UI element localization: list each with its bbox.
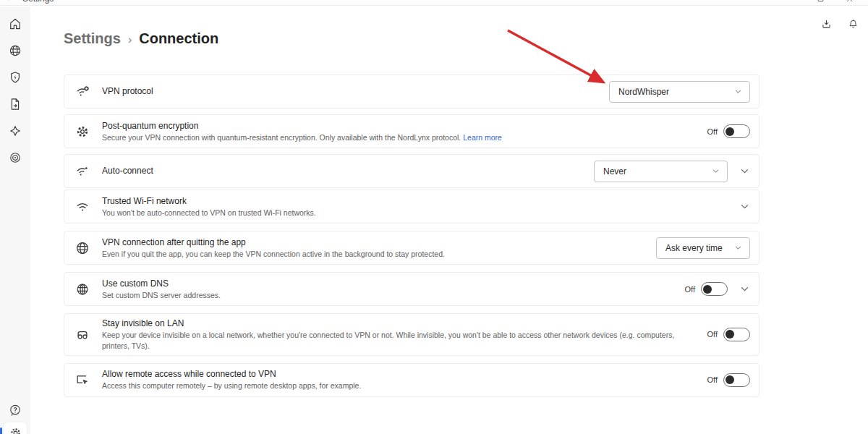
lan-invisible-icon: [75, 326, 90, 342]
window-titlebar: Settings: [0, 0, 868, 6]
vpn-after-quitting-value: Ask every time: [665, 243, 723, 253]
row-title: Auto-connect: [102, 165, 585, 176]
remote-access-toggle[interactable]: [723, 373, 750, 387]
row-description: Secure your VPN connection with quantum-…: [102, 132, 699, 143]
row-description: You won't be auto-connected to VPN on tr…: [102, 208, 731, 218]
home-icon[interactable]: [8, 17, 22, 31]
row-vpn-after-quitting: VPN connection after quitting the app Ev…: [64, 231, 760, 265]
row-title: VPN connection after quitting the app: [102, 237, 647, 248]
row-title: Trusted Wi-Fi network: [102, 195, 731, 207]
row-description: Keep your device invisible on a local ne…: [102, 330, 699, 351]
sidebar: [0, 7, 30, 434]
row-auto-connect: Auto-connect Never: [64, 154, 760, 188]
dns-globe-icon: [75, 281, 90, 297]
maximize-icon[interactable]: [806, 0, 835, 6]
help-icon[interactable]: [8, 403, 22, 417]
auto-connect-dropdown[interactable]: Never: [594, 161, 728, 182]
row-allow-remote-access: Allow remote access while connected to V…: [64, 363, 760, 397]
row-stay-invisible-on-lan: Stay invisible on LAN Keep your device i…: [64, 313, 760, 356]
learn-more-link[interactable]: Learn more: [463, 133, 502, 142]
expand-chevron-icon[interactable]: [739, 201, 750, 212]
custom-dns-toggle[interactable]: [701, 282, 728, 296]
toggle-state-label: Off: [707, 127, 718, 136]
row-use-custom-dns: Use custom DNS Set custom DNS server add…: [64, 272, 760, 306]
row-post-quantum-encryption: Post-quantum encryption Secure your VPN …: [64, 114, 760, 148]
row-description: Access this computer remotely – by using…: [102, 380, 699, 391]
window-title: Settings: [22, 0, 54, 4]
wifi-icon: [75, 199, 90, 215]
globe-icon[interactable]: [8, 43, 22, 58]
split-tunneling-file-icon[interactable]: [8, 97, 22, 111]
breadcrumb-separator: ›: [128, 33, 132, 46]
toggle-state-label: Off: [707, 330, 718, 339]
row-vpn-protocol: VPN protocol NordWhisper: [64, 75, 760, 109]
vpn-protocol-dropdown[interactable]: NordWhisper: [609, 81, 750, 103]
vpn-after-quitting-dropdown[interactable]: Ask every time: [656, 237, 750, 259]
chevron-down-icon: [712, 167, 720, 175]
row-title: Post-quantum encryption: [102, 120, 699, 132]
page-title: Connection: [139, 30, 218, 47]
lan-invisible-toggle[interactable]: [723, 328, 750, 341]
row-description: Even if you quit the app, you can keep t…: [102, 249, 647, 260]
breadcrumb: Settings › Connection: [64, 30, 218, 47]
expand-chevron-icon[interactable]: [739, 284, 750, 294]
expand-chevron-icon[interactable]: [739, 166, 750, 176]
active-indicator: [0, 427, 2, 434]
dedicated-ip-target-icon[interactable]: [8, 150, 22, 165]
row-title: Allow remote access while connected to V…: [102, 368, 699, 380]
notifications-bell-icon[interactable]: [847, 18, 859, 30]
row-title: VPN protocol: [102, 85, 600, 97]
chevron-down-icon: [734, 88, 742, 95]
row-title: Stay invisible on LAN: [102, 318, 699, 329]
settings-connection-page: Settings › Connection VPN protocol NordW…: [30, 7, 868, 434]
row-description: Set custom DNS server addresses.: [102, 290, 676, 301]
close-icon[interactable]: [835, 0, 864, 6]
vpn-protocol-value: NordWhisper: [618, 87, 669, 97]
settings-gear-icon: [9, 426, 22, 434]
quantum-gear-icon: [75, 124, 90, 140]
globe-icon: [75, 240, 90, 256]
meshnet-icon[interactable]: [8, 124, 22, 138]
threat-protection-shield-icon[interactable]: [8, 70, 22, 85]
auto-connect-value: Never: [603, 166, 626, 176]
row-title: Use custom DNS: [102, 278, 676, 289]
back-icon[interactable]: [4, 0, 14, 5]
toggle-state-label: Off: [707, 375, 718, 384]
minimize-icon[interactable]: [777, 0, 806, 6]
remote-access-icon: [75, 372, 90, 388]
post-quantum-toggle[interactable]: [723, 124, 750, 138]
chevron-down-icon: [734, 244, 742, 252]
toggle-state-label: Off: [685, 285, 695, 294]
wifi-gear-icon: [75, 84, 90, 100]
row-trusted-wifi-network: Trusted Wi-Fi network You won't be auto-…: [64, 190, 760, 224]
breadcrumb-settings[interactable]: Settings: [64, 30, 121, 47]
sidebar-item-settings[interactable]: [4, 422, 27, 434]
wifi-auto-icon: [75, 163, 90, 179]
download-icon[interactable]: [820, 18, 833, 30]
